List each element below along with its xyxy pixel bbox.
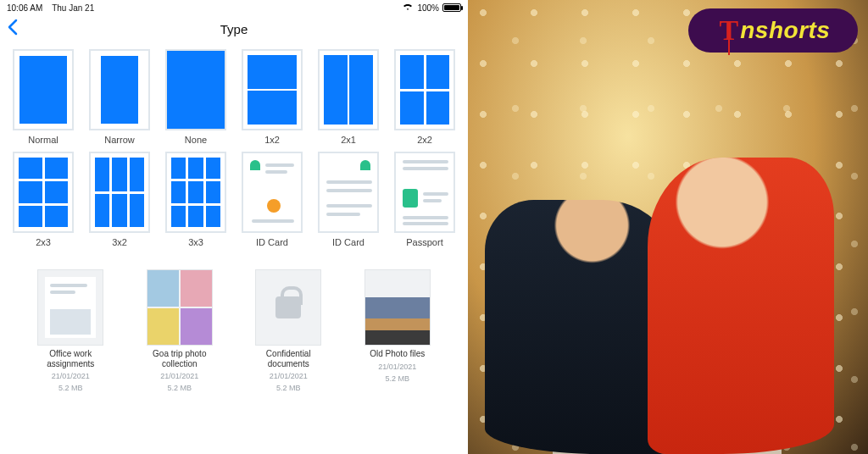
file-thumb-collage	[147, 269, 213, 346]
status-left: 10:06 AM Thu Jan 21	[7, 3, 94, 13]
battery-icon	[442, 3, 461, 12]
status-time: 10:06 AM	[7, 3, 42, 13]
file-thumb-doc	[37, 269, 103, 346]
type-2x2[interactable]: 2x2	[390, 49, 459, 145]
type-2x3[interactable]: 2x3	[8, 152, 78, 247]
back-button[interactable]	[7, 19, 19, 38]
types-grid: Normal Narrow None 1x2 2x1 2x2 2x3	[0, 42, 468, 251]
type-3x3[interactable]: 3x3	[161, 152, 231, 247]
file-item[interactable]: Office work assignments 21/01/2021 5.2 M…	[24, 269, 118, 392]
type-label: Narrow	[104, 135, 134, 145]
file-name: Confidential documents	[250, 349, 326, 368]
type-label: Normal	[28, 135, 58, 145]
file-item[interactable]: Old Photo files 21/01/2021 5.2 MB	[351, 269, 445, 392]
type-label: ID Card	[332, 237, 364, 247]
type-none[interactable]: None	[161, 49, 231, 145]
file-item[interactable]: Goa trip photo collection 21/01/2021 5.2…	[133, 269, 227, 392]
type-3x2[interactable]: 3x2	[85, 152, 154, 247]
type-label: 2x1	[341, 135, 356, 145]
type-idcard-a[interactable]: ID Card	[237, 152, 307, 247]
brand-letter: T	[716, 14, 743, 47]
type-label: 3x3	[188, 237, 203, 247]
type-idcard-b[interactable]: ID Card	[314, 152, 383, 247]
lock-icon	[275, 296, 301, 318]
files-row: Office work assignments 21/01/2021 5.2 M…	[0, 269, 468, 392]
file-date: 21/01/2021	[270, 372, 308, 380]
status-bar: 10:06 AM Thu Jan 21 100%	[0, 0, 468, 15]
file-date: 21/01/2021	[378, 363, 416, 371]
type-label: 2x2	[417, 135, 432, 145]
file-date: 21/01/2021	[160, 372, 198, 380]
page-title: Type	[220, 22, 248, 36]
file-date: 21/01/2021	[52, 372, 90, 380]
brand-logo: T nshorts	[688, 8, 858, 53]
nav-bar: Type	[0, 15, 468, 42]
status-date: Thu Jan 21	[52, 3, 94, 13]
file-thumb-photo	[364, 269, 431, 346]
file-thumb-locked	[255, 269, 321, 346]
type-passport[interactable]: Passport	[390, 152, 459, 247]
type-label: None	[185, 135, 207, 145]
type-normal[interactable]: Normal	[8, 49, 78, 145]
type-label: ID Card	[256, 237, 288, 247]
hero-photo	[468, 0, 868, 454]
app-panel: 10:06 AM Thu Jan 21 100% Type Normal Nar…	[0, 0, 468, 454]
file-size: 5.2 MB	[276, 384, 301, 392]
type-1x2[interactable]: 1x2	[237, 49, 307, 145]
wifi-icon	[402, 3, 414, 13]
file-size: 5.2 MB	[385, 374, 409, 383]
file-size: 5.2 MB	[58, 384, 83, 392]
file-name: Goa trip photo collection	[142, 349, 218, 368]
type-narrow[interactable]: Narrow	[85, 49, 154, 145]
file-size: 5.2 MB	[167, 384, 192, 392]
type-label: Passport	[406, 237, 442, 247]
type-label: 3x2	[112, 237, 127, 247]
status-right: 100%	[402, 3, 461, 13]
type-label: 2x3	[36, 237, 51, 247]
file-name: Old Photo files	[370, 349, 425, 359]
type-label: 1x2	[264, 135, 280, 145]
file-item[interactable]: Confidential documents 21/01/2021 5.2 MB	[242, 269, 336, 392]
battery-pct: 100%	[417, 3, 439, 13]
brand-text: nshorts	[740, 17, 830, 44]
type-2x1[interactable]: 2x1	[314, 49, 383, 145]
file-name: Office work assignments	[32, 349, 108, 368]
